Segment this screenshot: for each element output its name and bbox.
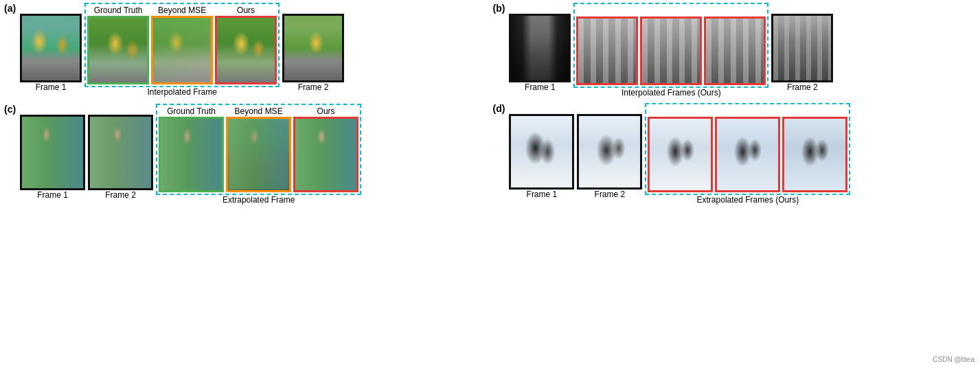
section-d: (d) Frame 1 Frame 2 bbox=[493, 100, 977, 205]
section-d-group-caption: Extrapolated Frames (Ours) bbox=[697, 195, 799, 205]
section-b-frame1-image bbox=[509, 14, 571, 82]
section-d-extrap2-image-box bbox=[715, 117, 780, 192]
section-c-ours-label: Ours bbox=[293, 106, 358, 116]
section-a-interp-group: Ground Truth Beyond MSE Ours bbox=[84, 3, 280, 97]
section-a-group-caption: Interpolated Frame bbox=[147, 87, 216, 97]
section-a-label: (a) bbox=[4, 3, 16, 14]
section-a-dashed-group: Ground Truth Beyond MSE Ours bbox=[84, 3, 280, 87]
section-d-extrap2-image bbox=[715, 117, 780, 192]
section-c-group-caption: Extrapolated Frame bbox=[223, 195, 295, 205]
section-c-label: (c) bbox=[4, 104, 16, 115]
section-b-interp3-image bbox=[704, 16, 766, 85]
section-a-gt-image-box bbox=[87, 16, 149, 84]
section-b-interp2-image-box bbox=[640, 16, 702, 85]
section-b: (b) Frame 1 bbox=[493, 3, 977, 100]
section-d-extrap1-image bbox=[648, 117, 713, 192]
watermark: CSDN @btea bbox=[933, 356, 975, 363]
section-c-mse-label: Beyond MSE bbox=[226, 106, 291, 116]
section-a-mse-label: Beyond MSE bbox=[151, 5, 213, 15]
section-d-frame2-image bbox=[577, 114, 642, 190]
section-d-label: (d) bbox=[493, 103, 505, 114]
section-d-frame2-caption: Frame 2 bbox=[595, 190, 626, 199]
section-d-dashed-group bbox=[645, 103, 850, 195]
section-c: (c) Frame 1 Frame 2 Groun bbox=[4, 101, 488, 205]
section-b-interp1-image bbox=[576, 16, 638, 85]
section-d-frame2: Frame 2 bbox=[577, 103, 642, 199]
section-a-frame2: Frame 2 bbox=[282, 3, 344, 92]
section-c-dashed-group: Ground Truth Beyond MSE Ours bbox=[156, 104, 361, 195]
section-c-ours-image-box bbox=[293, 117, 358, 192]
section-c-ours-image bbox=[293, 117, 358, 192]
section-b-frame2: Frame 2 bbox=[771, 3, 833, 92]
section-b-frame2-caption: Frame 2 bbox=[787, 82, 818, 92]
section-a-ours-image-box bbox=[215, 16, 277, 84]
section-d-extrap3-image bbox=[782, 117, 847, 192]
section-d-extrap1-image-box bbox=[648, 117, 713, 192]
section-b-frame1-caption: Frame 1 bbox=[525, 82, 556, 92]
section-c-gt-image-box bbox=[159, 117, 224, 192]
section-b-dashed-group bbox=[573, 3, 768, 88]
section-c-mse-image-box bbox=[226, 117, 291, 192]
section-b-frame1: Frame 1 bbox=[509, 3, 571, 92]
section-c-mse-image bbox=[226, 117, 291, 192]
section-b-frame2-image bbox=[771, 14, 833, 82]
section-b-group-caption: Interpolated Frames (Ours) bbox=[622, 88, 721, 98]
section-a-mse-image-box bbox=[151, 16, 213, 84]
section-d-extrap-group: Extrapolated Frames (Ours) bbox=[645, 103, 850, 205]
section-c-frame1-image bbox=[20, 115, 85, 190]
main-container: (a) Frame 1 Ground Truth Beyond MSE Ours bbox=[0, 0, 980, 207]
section-b-interp3-image-box bbox=[704, 16, 766, 85]
right-panel: (b) Frame 1 bbox=[493, 3, 977, 205]
section-a-frame1-caption: Frame 1 bbox=[36, 82, 67, 92]
section-a-ours-image bbox=[215, 16, 277, 84]
section-a-frame2-caption: Frame 2 bbox=[298, 82, 329, 92]
section-b-interp2-image bbox=[640, 16, 702, 85]
section-c-gt-label: Ground Truth bbox=[159, 106, 224, 116]
section-a-ours-label: Ours bbox=[215, 5, 277, 15]
section-c-gt-image bbox=[159, 117, 224, 192]
section-a-frame1: Frame 1 bbox=[20, 3, 82, 92]
section-a-gt-label: Ground Truth bbox=[87, 5, 149, 15]
section-a-gt-image bbox=[87, 16, 149, 84]
section-a-frame1-image bbox=[20, 14, 82, 82]
section-a: (a) Frame 1 Ground Truth Beyond MSE Ours bbox=[4, 3, 488, 101]
section-a-frame2-image bbox=[282, 14, 344, 82]
section-b-interp1-image-box bbox=[576, 16, 638, 85]
section-d-frame1: Frame 1 bbox=[509, 103, 574, 199]
left-panel: (a) Frame 1 Ground Truth Beyond MSE Ours bbox=[4, 3, 488, 205]
section-c-frame2-image bbox=[88, 115, 153, 190]
section-c-extrap-group: Ground Truth Beyond MSE Ours bbox=[156, 104, 361, 205]
section-c-frame2: Frame 2 bbox=[88, 104, 153, 200]
section-d-frame1-caption: Frame 1 bbox=[527, 190, 558, 199]
section-b-interp-group: Interpolated Frames (Ours) bbox=[573, 3, 768, 98]
section-c-frame2-caption: Frame 2 bbox=[105, 190, 136, 200]
section-b-label: (b) bbox=[493, 3, 505, 14]
section-c-frame1-caption: Frame 1 bbox=[37, 190, 68, 200]
section-d-extrap3-image-box bbox=[782, 117, 847, 192]
section-a-mse-image bbox=[151, 16, 213, 84]
section-d-frame1-image bbox=[509, 114, 574, 190]
section-c-frame1: Frame 1 bbox=[20, 104, 85, 200]
